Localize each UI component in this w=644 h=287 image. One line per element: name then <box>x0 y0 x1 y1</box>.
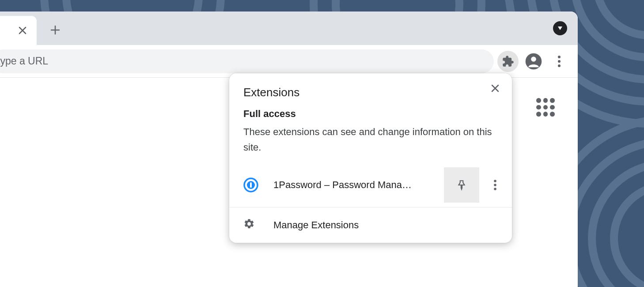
popup-header: Extensions <box>229 73 512 108</box>
svg-point-24 <box>494 188 496 191</box>
extension-name: 1Password – Password Mana… <box>264 179 439 191</box>
browser-toolbar: r type a URL <box>0 45 578 78</box>
pin-icon <box>456 179 467 191</box>
extensions-button[interactable] <box>497 51 519 72</box>
gear-icon <box>243 218 255 232</box>
user-icon <box>525 53 542 70</box>
extensions-popup: Extensions Full access These extensions … <box>229 73 512 243</box>
close-icon <box>491 84 500 93</box>
section-title: Full access <box>243 108 498 120</box>
new-tab-button[interactable] <box>45 19 66 41</box>
address-bar[interactable]: r type a URL <box>0 49 494 73</box>
svg-point-16 <box>558 56 561 58</box>
svg-rect-21 <box>250 182 252 188</box>
address-bar-placeholder: r type a URL <box>0 55 48 67</box>
dots-vertical-icon <box>558 56 561 67</box>
apps-launcher-button[interactable] <box>536 98 555 117</box>
profile-button[interactable] <box>523 51 544 72</box>
close-icon <box>19 26 27 34</box>
tab-close-button[interactable] <box>15 23 30 38</box>
svg-point-15 <box>531 57 536 62</box>
extension-icon <box>243 177 258 193</box>
window-search-button[interactable] <box>553 21 567 35</box>
popup-close-button[interactable] <box>486 79 504 97</box>
browser-menu-button[interactable] <box>549 51 570 72</box>
svg-point-22 <box>494 180 496 183</box>
dots-vertical-icon <box>494 180 496 190</box>
pin-extension-button[interactable] <box>444 167 479 203</box>
popup-title: Extensions <box>243 86 498 99</box>
puzzle-icon <box>502 55 514 68</box>
onepassword-icon <box>243 177 258 193</box>
browser-tab[interactable] <box>0 16 37 45</box>
svg-point-17 <box>558 60 561 63</box>
manage-extensions-button[interactable]: Manage Extensions <box>229 208 512 243</box>
svg-point-23 <box>494 184 496 187</box>
extension-more-button[interactable] <box>485 174 506 196</box>
section-description: These extensions can see and change info… <box>243 124 498 155</box>
toolbar-actions <box>497 51 578 72</box>
manage-extensions-label: Manage Extensions <box>273 219 359 231</box>
triangle-down-icon <box>557 26 563 30</box>
extension-row[interactable]: 1Password – Password Mana… <box>229 163 512 208</box>
tab-strip <box>0 11 578 45</box>
full-access-section: Full access These extensions can see and… <box>229 108 512 163</box>
svg-point-18 <box>558 64 561 67</box>
plus-icon <box>50 25 61 35</box>
